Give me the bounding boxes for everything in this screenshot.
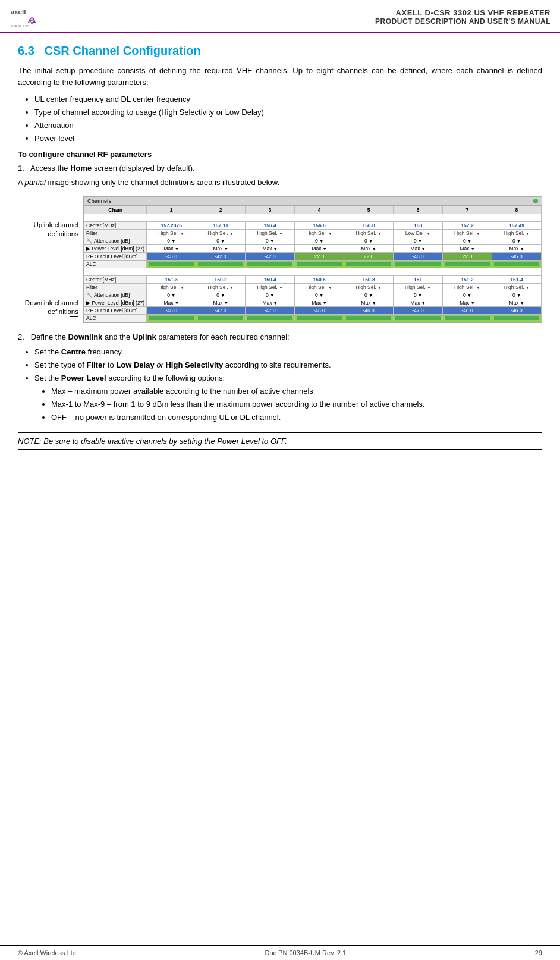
step-2: 2. Define the Downlink and the Uplink pa… <box>18 331 542 343</box>
ua-7[interactable]: 0 ▼ <box>443 237 492 245</box>
df-6[interactable]: High Sel. ▼ <box>394 284 443 291</box>
ualc-3 <box>246 261 295 268</box>
da-5[interactable]: 0 ▼ <box>344 291 394 299</box>
note-text: NOTE: Be sure to disable inactive channe… <box>18 437 287 446</box>
ua-8[interactable]: 0 ▼ <box>492 237 541 245</box>
dp-5[interactable]: Max ▼ <box>344 299 394 307</box>
uc-3: 156.4 <box>246 222 295 230</box>
df-5[interactable]: High Sel. ▼ <box>344 284 394 291</box>
dp-7[interactable]: Max ▼ <box>443 299 492 307</box>
uc-5: 156.8 <box>344 222 394 230</box>
ua-3[interactable]: 0 ▼ <box>246 237 295 245</box>
uf-3[interactable]: High Sel. ▼ <box>246 230 295 237</box>
uf-4[interactable]: High Sel. ▼ <box>295 230 344 237</box>
dc-4: 150.6 <box>295 276 344 284</box>
step-1: 1. Access the Home screen (displayed by … <box>18 162 542 174</box>
up-5[interactable]: Max ▼ <box>344 245 394 253</box>
ualc-4 <box>295 261 344 268</box>
up-4[interactable]: Max ▼ <box>295 245 344 253</box>
df-1[interactable]: High Sel. ▼ <box>147 284 196 291</box>
power-label: ▶ Power Level [dBm] (27) <box>84 245 147 253</box>
cs-header: Channels <box>84 197 542 206</box>
dp-3[interactable]: Max ▼ <box>246 299 295 307</box>
power-subbullets: Max – maximum power available according … <box>51 385 542 424</box>
alc-label: ALC <box>84 261 147 268</box>
da-3[interactable]: 0 ▼ <box>246 291 295 299</box>
ua-6[interactable]: 0 ▼ <box>394 237 443 245</box>
df-2[interactable]: High Sel. ▼ <box>196 284 246 291</box>
footer-copyright: © Axell Wireless Ltd <box>18 949 76 956</box>
ualc-1 <box>147 261 196 268</box>
col-chain: Chain <box>84 206 147 214</box>
dp-6[interactable]: Max ▼ <box>394 299 443 307</box>
ualc-7 <box>443 261 492 268</box>
uf-6[interactable]: Low Del. ▼ <box>394 230 443 237</box>
up-7[interactable]: Max ▼ <box>443 245 492 253</box>
col-2: 2 <box>196 206 246 214</box>
up-1[interactable]: Max ▼ <box>147 245 196 253</box>
ua-2[interactable]: 0 ▼ <box>196 237 246 245</box>
up-3[interactable]: Max ▼ <box>246 245 295 253</box>
urf-5: 22.0 <box>344 253 394 261</box>
urf-6: -48.0 <box>394 253 443 261</box>
ua-4[interactable]: 0 ▼ <box>295 237 344 245</box>
dl-center-label: Center [MHz] <box>84 276 147 284</box>
uf-5[interactable]: High Sel. ▼ <box>344 230 394 237</box>
channel-screenshot: Channels Chain 1 2 3 4 5 6 7 8 <box>83 196 542 323</box>
dl-power-label: ▶ Power Level [dBm] (27) <box>84 299 147 307</box>
uc-1: 157.2375 <box>147 222 196 230</box>
uf-1[interactable]: High Sel. ▼ <box>147 230 196 237</box>
col-7: 7 <box>443 206 492 214</box>
dp-2[interactable]: Max ▼ <box>196 299 246 307</box>
uplink-label: Uplink channel definitions <box>18 221 78 239</box>
da-7[interactable]: 0 ▼ <box>443 291 492 299</box>
dc-8: 151.4 <box>492 276 541 284</box>
channel-image-area: Uplink channel definitions Downlink chan… <box>18 196 542 323</box>
ua-1[interactable]: 0 ▼ <box>147 237 196 245</box>
dalc-3 <box>246 315 295 322</box>
df-7[interactable]: High Sel. ▼ <box>443 284 492 291</box>
df-8[interactable]: High Sel. ▼ <box>492 284 541 291</box>
da-4[interactable]: 0 ▼ <box>295 291 344 299</box>
drf-1: -46.0 <box>147 307 196 315</box>
dp-4[interactable]: Max ▼ <box>295 299 344 307</box>
df-3[interactable]: High Sel. ▼ <box>246 284 295 291</box>
bullet-1: UL center frequency and DL center freque… <box>34 93 542 106</box>
uplink-alc-row: ALC <box>84 261 542 268</box>
intro-paragraph: The initial setup procedure consists of … <box>18 65 542 88</box>
uplink-bold: Uplink <box>133 332 156 341</box>
ua-5[interactable]: 0 ▼ <box>344 237 394 245</box>
da-6[interactable]: 0 ▼ <box>394 291 443 299</box>
da-2[interactable]: 0 ▼ <box>196 291 246 299</box>
downlink-power-row: ▶ Power Level [dBm] (27) Max ▼ Max ▼ Max… <box>84 299 542 307</box>
downlink-alc-row: ALC <box>84 315 542 322</box>
up-2[interactable]: Max ▼ <box>196 245 246 253</box>
da-1[interactable]: 0 ▼ <box>147 291 196 299</box>
drf-2: -47.0 <box>196 307 246 315</box>
urf-1: -45.0 <box>147 253 196 261</box>
main-content: 6.3 CSR Channel Configuration The initia… <box>0 33 560 459</box>
dp-1[interactable]: Max ▼ <box>147 299 196 307</box>
dp-8[interactable]: Max ▼ <box>492 299 541 307</box>
uplink-filter-row: Filter High Sel. ▼ High Sel. ▼ High Sel.… <box>84 230 542 237</box>
urf-7: 22.0 <box>443 253 492 261</box>
up-6[interactable]: Max ▼ <box>394 245 443 253</box>
uf-2[interactable]: High Sel. ▼ <box>196 230 246 237</box>
section-number: 6.3 <box>18 44 34 57</box>
note-box: NOTE: Be sure to disable inactive channe… <box>18 432 542 450</box>
uc-8: 157.49 <box>492 222 541 230</box>
df-4[interactable]: High Sel. ▼ <box>295 284 344 291</box>
da-8[interactable]: 0 ▼ <box>492 291 541 299</box>
uplink-atten-row: 🔧 Attenuation [dB] 0 ▼ 0 ▼ 0 ▼ 0 ▼ 0 ▼ 0… <box>84 237 542 245</box>
urf-3: -42.0 <box>246 253 295 261</box>
urf-2: -42.0 <box>196 253 246 261</box>
uf-7[interactable]: High Sel. ▼ <box>443 230 492 237</box>
uplink-center-row: Center [MHz] 157.2375 157.11 156.4 156.6… <box>84 222 542 230</box>
power-sub-3: OFF – no power is transmitted on corresp… <box>51 411 542 424</box>
dc-3: 150.4 <box>246 276 295 284</box>
bullet-2: Type of channel according to usage (High… <box>34 106 542 119</box>
dalc-6 <box>394 315 443 322</box>
up-8[interactable]: Max ▼ <box>492 245 541 253</box>
uf-8[interactable]: High Sel. ▼ <box>492 230 541 237</box>
urf-8: -45.0 <box>492 253 541 261</box>
